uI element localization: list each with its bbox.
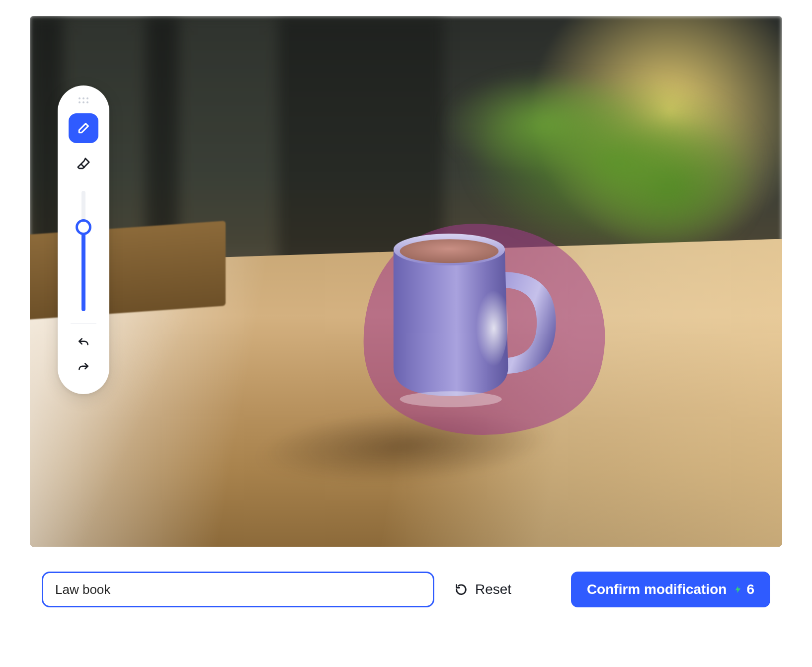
svg-point-3 [400, 391, 501, 407]
mug-object [363, 218, 570, 409]
redo-icon [77, 361, 90, 374]
brush-tool-button[interactable] [69, 113, 98, 143]
undo-button[interactable] [70, 331, 97, 355]
svg-line-4 [81, 164, 85, 168]
redo-button[interactable] [70, 355, 97, 380]
eraser-tool-button[interactable] [69, 149, 98, 179]
slider-thumb[interactable] [76, 219, 91, 235]
reset-button[interactable]: Reset [454, 582, 511, 597]
brush-size-slider[interactable] [73, 185, 94, 319]
editor-canvas[interactable] [30, 16, 782, 547]
confirm-modification-button[interactable]: Confirm modification 6 [571, 572, 770, 607]
credit-count: 6 [746, 582, 754, 597]
bottom-action-bar: Reset Confirm modification 6 [30, 570, 782, 609]
eraser-icon [76, 157, 91, 171]
svg-point-1 [400, 239, 498, 263]
reset-label: Reset [475, 582, 511, 597]
undo-icon [77, 336, 90, 349]
prompt-input[interactable] [42, 572, 434, 607]
reset-icon [454, 583, 468, 596]
brush-icon [76, 121, 91, 136]
bolt-icon [733, 584, 742, 595]
drawing-toolbar [58, 85, 109, 394]
drag-handle-icon[interactable] [79, 97, 88, 103]
confirm-label: Confirm modification [587, 582, 727, 597]
canvas-image [30, 16, 782, 547]
svg-point-2 [457, 268, 508, 377]
credit-cost-badge: 6 [733, 582, 754, 597]
